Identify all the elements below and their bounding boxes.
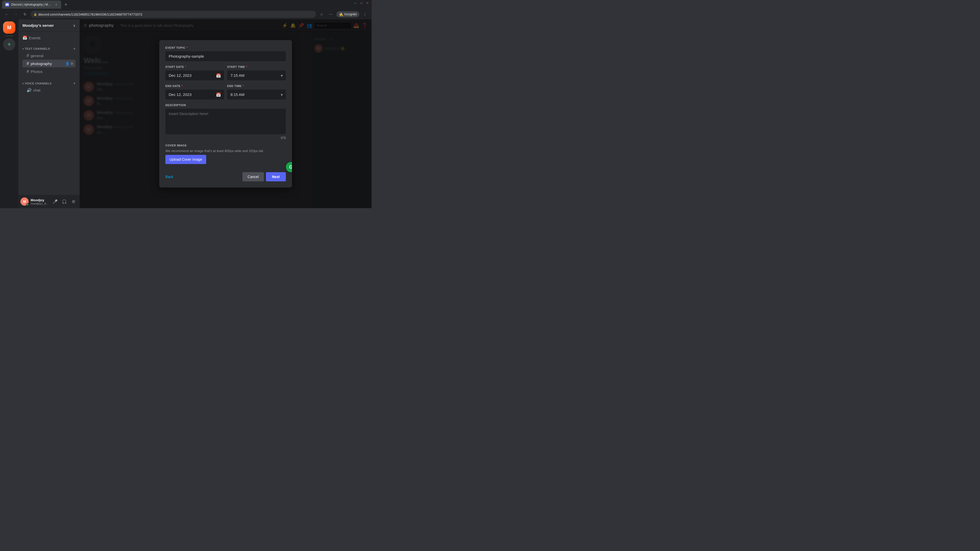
text-channels-label: TEXT CHANNELS <box>25 47 72 50</box>
add-voice-channel-btn[interactable]: + <box>73 81 76 86</box>
event-topic-label: EVENT TOPIC * <box>165 46 286 49</box>
end-date-field: END DATE * 📅 <box>165 84 224 100</box>
start-date-required: * <box>185 65 186 68</box>
incognito-label: Incognito <box>344 13 357 16</box>
user-discriminator: moodjoy1_8... <box>30 202 49 205</box>
back-btn[interactable]: Back <box>165 175 173 179</box>
grammarly-icon[interactable]: G <box>286 162 292 172</box>
events-icon: 📅 <box>22 35 27 40</box>
star-btn[interactable]: ☆ <box>318 11 325 18</box>
hash-icon-photos: # <box>27 69 29 74</box>
add-member-icon[interactable]: 👤 <box>65 62 69 65</box>
event-topic-input[interactable] <box>165 51 286 61</box>
channel-item-photography[interactable]: # photography 👤 ⚙ <box>22 60 76 67</box>
start-time-label: START TIME * <box>227 65 286 68</box>
sidebar-item-events[interactable]: 📅 Events <box>21 34 78 41</box>
more-options-btn[interactable]: ⋮ <box>361 11 369 18</box>
end-date-required: * <box>181 84 183 87</box>
hash-icon-general: # <box>27 53 29 58</box>
voice-channels-header[interactable]: ▾ VOICE CHANNELS + <box>21 81 78 86</box>
start-time-required: * <box>246 65 247 68</box>
end-datetime-row: END DATE * 📅 END TIME * <box>165 84 286 100</box>
maximize-btn[interactable]: □ <box>360 1 363 5</box>
user-settings-btn[interactable]: ⚙ <box>69 197 78 206</box>
modal-content: EVENT TOPIC * START DATE * <box>165 46 286 181</box>
end-date-label: END DATE * <box>165 84 224 87</box>
speaker-icon-chat: 🔊 <box>27 88 32 92</box>
voice-channels-label: VOICE CHANNELS <box>25 82 72 85</box>
incognito-btn[interactable]: 🕵 Incognito <box>336 11 360 17</box>
text-channels-header[interactable]: ▾ TEXT CHANNELS + <box>21 46 78 52</box>
description-textarea[interactable] <box>165 109 286 134</box>
end-time-select[interactable]: 8:15 AM 8:30 AM 8:45 AM 9:00 AM <box>227 89 286 100</box>
tab-close-btn[interactable]: ✕ <box>54 3 58 6</box>
window-controls: ─ □ ✕ <box>353 1 369 5</box>
start-date-input[interactable] <box>165 70 224 80</box>
channel-list: 📅 Events ▾ TEXT CHANNELS + # general # p… <box>18 32 80 195</box>
channel-name-general: general <box>30 54 73 58</box>
start-time-select[interactable]: 7:15 AM 7:30 AM 7:45 AM 8:00 AM <box>227 70 286 80</box>
app: M + Moodjoy's server ∨ 📅 Events ▾ TEXT C… <box>0 19 372 208</box>
user-name: Moodjoy <box>30 198 49 202</box>
events-label: Events <box>29 36 41 40</box>
refresh-btn[interactable]: ↻ <box>21 11 29 18</box>
main-content: # photography This is a good place to ta… <box>80 19 372 208</box>
start-date-field: START DATE * 📅 <box>165 65 224 80</box>
end-time-select-wrap: 8:15 AM 8:30 AM 8:45 AM 9:00 AM ▾ <box>227 89 286 100</box>
channel-item-photos[interactable]: # Photos <box>22 68 76 75</box>
address-bar[interactable]: 🔒 discord.com/channels/11823468517819843… <box>30 11 316 18</box>
user-area: M Moodjoy moodjoy1_8... 🎤 🎧 ⚙ <box>18 195 80 208</box>
tab-bar: Discord | #photography | Mood... ✕ + ─ □… <box>0 0 372 9</box>
end-time-field: END TIME * 8:15 AM 8:30 AM 8:45 AM 9:00 … <box>227 84 286 100</box>
add-text-channel-btn[interactable]: + <box>73 46 76 51</box>
category-chevron-icon: ▾ <box>22 48 24 50</box>
channel-item-general[interactable]: # general <box>22 52 76 59</box>
start-date-input-wrap: 📅 <box>165 70 224 80</box>
settings-icon[interactable]: ⚙ <box>70 62 73 65</box>
channel-item-chat[interactable]: 🔊 chat <box>22 86 76 94</box>
description-textarea-wrap: 976 <box>165 109 286 140</box>
server-header[interactable]: Moodjoy's server ∨ <box>18 19 80 32</box>
server-separator <box>5 36 13 36</box>
new-tab-btn[interactable]: + <box>62 1 69 8</box>
end-time-required: * <box>243 84 244 87</box>
description-char-counter: 976 <box>165 136 286 140</box>
start-date-label: START DATE * <box>165 65 224 68</box>
next-btn[interactable]: Next <box>266 172 286 181</box>
add-server-btn[interactable]: + <box>3 38 15 51</box>
browser-chrome: Discord | #photography | Mood... ✕ + ─ □… <box>0 0 372 19</box>
channel-name-photography: photography <box>30 62 64 66</box>
footer-right: Cancel Next <box>242 172 286 181</box>
cancel-btn[interactable]: Cancel <box>242 172 264 181</box>
extension-btn[interactable]: ⋯ <box>327 11 334 18</box>
voice-channels-category: ▾ VOICE CHANNELS + 🔊 chat <box>18 76 80 95</box>
hash-icon-photography: # <box>27 61 29 66</box>
channel-name-chat: chat <box>33 88 73 92</box>
user-controls: 🎤 🎧 ⚙ <box>51 197 78 206</box>
active-tab[interactable]: Discord | #photography | Mood... ✕ <box>2 0 61 9</box>
upload-cover-image-btn[interactable]: Upload Cover Image <box>165 155 206 164</box>
end-time-label: END TIME * <box>227 84 286 87</box>
voice-category-chevron-icon: ▾ <box>22 82 24 85</box>
close-btn[interactable]: ✕ <box>366 1 369 5</box>
modal-footer: Back Cancel Next <box>165 170 286 181</box>
minimize-btn[interactable]: ─ <box>353 1 357 5</box>
channel-sidebar: Moodjoy's server ∨ 📅 Events ▾ TEXT CHANN… <box>18 19 80 208</box>
mic-btn[interactable]: 🎤 <box>51 197 59 206</box>
modal-overlay: EVENT TOPIC * START DATE * <box>80 19 372 208</box>
url-text: discord.com/channels/1182346851781984336… <box>38 13 142 16</box>
end-date-input-wrap: 📅 <box>165 89 224 100</box>
description-field: DESCRIPTION 976 <box>165 103 286 140</box>
start-time-select-wrap: 7:15 AM 7:30 AM 7:45 AM 8:00 AM ▾ <box>227 70 286 80</box>
cover-image-label: COVER IMAGE <box>165 144 286 147</box>
server-icon-moodjoy[interactable]: M <box>3 21 15 34</box>
create-event-modal: EVENT TOPIC * START DATE * <box>159 40 292 187</box>
back-nav-btn[interactable]: ← <box>3 11 10 18</box>
forward-nav-btn[interactable]: → <box>12 11 19 18</box>
headset-btn[interactable]: 🎧 <box>60 197 68 206</box>
user-info: Moodjoy moodjoy1_8... <box>30 198 49 205</box>
user-status-dot <box>26 203 29 206</box>
cover-image-section: COVER IMAGE We recommend an image that's… <box>165 144 286 164</box>
server-name: Moodjoy's server <box>22 23 71 27</box>
end-date-input[interactable] <box>165 89 224 100</box>
